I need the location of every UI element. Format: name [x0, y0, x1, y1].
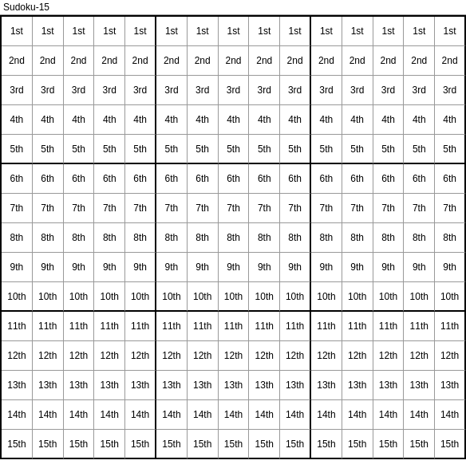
- table-cell: 2nd: [249, 46, 280, 76]
- table-cell: 12th: [94, 341, 125, 371]
- table-cell: 4th: [64, 105, 95, 135]
- table-cell: 5th: [342, 135, 373, 164]
- table-cell: 7th: [311, 194, 342, 223]
- table-cell: 6th: [342, 164, 373, 194]
- table-cell: 3rd: [219, 76, 250, 105]
- table-cell: 2nd: [373, 46, 405, 76]
- table-cell: 8th: [125, 223, 156, 253]
- table-cell: 11th: [404, 312, 435, 341]
- table-cell: 12th: [219, 341, 250, 371]
- table-cell: 15th: [156, 430, 188, 459]
- table-cell: 15th: [64, 430, 95, 459]
- table-cell: 10th: [156, 282, 188, 312]
- table-cell: 14th: [435, 400, 466, 430]
- table-cell: 8th: [156, 223, 188, 253]
- table-cell: 10th: [219, 282, 250, 312]
- table-cell: 7th: [188, 194, 219, 223]
- table-cell: 13th: [219, 371, 250, 400]
- table-cell: 8th: [404, 223, 435, 253]
- table-cell: 13th: [373, 371, 405, 400]
- table-cell: 11th: [64, 312, 95, 341]
- table-cell: 13th: [188, 371, 219, 400]
- table-cell: 13th: [64, 371, 95, 400]
- table-cell: 2nd: [342, 46, 373, 76]
- table-cell: 14th: [219, 400, 250, 430]
- table-cell: 12th: [311, 341, 342, 371]
- table-cell: 12th: [125, 341, 156, 371]
- table-cell: 15th: [342, 430, 373, 459]
- table-cell: 13th: [125, 371, 156, 400]
- table-cell: 6th: [94, 164, 125, 194]
- table-cell: 8th: [373, 223, 405, 253]
- table-cell: 2nd: [404, 46, 435, 76]
- table-cell: 7th: [125, 194, 156, 223]
- table-cell: 12th: [373, 341, 405, 371]
- table-cell: 3rd: [373, 76, 405, 105]
- table-cell: 15th: [404, 430, 435, 459]
- table-cell: 7th: [33, 194, 64, 223]
- table-cell: 6th: [64, 164, 95, 194]
- table-cell: 3rd: [33, 76, 64, 105]
- table-cell: 14th: [280, 400, 311, 430]
- table-cell: 3rd: [342, 76, 373, 105]
- table-cell: 6th: [435, 164, 466, 194]
- table-cell: 11th: [156, 312, 188, 341]
- table-cell: 5th: [188, 135, 219, 164]
- table-cell: 10th: [373, 282, 405, 312]
- table-cell: 15th: [125, 430, 156, 459]
- table-cell: 4th: [156, 105, 188, 135]
- page-title: Sudoku-15: [0, 0, 466, 15]
- table-cell: 13th: [404, 371, 435, 400]
- table-cell: 7th: [94, 194, 125, 223]
- table-cell: 4th: [280, 105, 311, 135]
- table-cell: 4th: [404, 105, 435, 135]
- table-cell: 2nd: [156, 46, 188, 76]
- table-cell: 1st: [125, 17, 156, 46]
- table-cell: 2nd: [125, 46, 156, 76]
- table-cell: 2nd: [188, 46, 219, 76]
- table-cell: 11th: [373, 312, 405, 341]
- table-cell: 4th: [342, 105, 373, 135]
- table-cell: 1st: [219, 17, 250, 46]
- table-cell: 1st: [94, 17, 125, 46]
- table-cell: 14th: [188, 400, 219, 430]
- table-cell: 3rd: [404, 76, 435, 105]
- table-cell: 15th: [188, 430, 219, 459]
- table-cell: 14th: [2, 400, 33, 430]
- table-cell: 8th: [64, 223, 95, 253]
- table-cell: 14th: [342, 400, 373, 430]
- table-cell: 8th: [435, 223, 466, 253]
- table-cell: 6th: [188, 164, 219, 194]
- table-cell: 5th: [2, 135, 33, 164]
- table-cell: 12th: [280, 341, 311, 371]
- table-cell: 14th: [94, 400, 125, 430]
- table-cell: 2nd: [311, 46, 342, 76]
- table-cell: 13th: [342, 371, 373, 400]
- table-cell: 3rd: [311, 76, 342, 105]
- table-cell: 10th: [435, 282, 466, 312]
- table-cell: 9th: [125, 253, 156, 282]
- table-cell: 8th: [94, 223, 125, 253]
- table-cell: 10th: [342, 282, 373, 312]
- table-cell: 3rd: [156, 76, 188, 105]
- table-cell: 2nd: [435, 46, 466, 76]
- table-cell: 7th: [342, 194, 373, 223]
- table-cell: 8th: [33, 223, 64, 253]
- table-cell: 5th: [280, 135, 311, 164]
- table-cell: 10th: [249, 282, 280, 312]
- table-cell: 5th: [156, 135, 188, 164]
- table-cell: 2nd: [280, 46, 311, 76]
- table-cell: 9th: [280, 253, 311, 282]
- table-cell: 1st: [342, 17, 373, 46]
- table-cell: 3rd: [435, 76, 466, 105]
- table-cell: 5th: [219, 135, 250, 164]
- table-cell: 14th: [249, 400, 280, 430]
- table-cell: 5th: [311, 135, 342, 164]
- table-cell: 2nd: [64, 46, 95, 76]
- table-cell: 15th: [373, 430, 405, 459]
- table-cell: 7th: [280, 194, 311, 223]
- table-cell: 14th: [125, 400, 156, 430]
- table-cell: 5th: [404, 135, 435, 164]
- table-cell: 14th: [373, 400, 405, 430]
- table-cell: 11th: [342, 312, 373, 341]
